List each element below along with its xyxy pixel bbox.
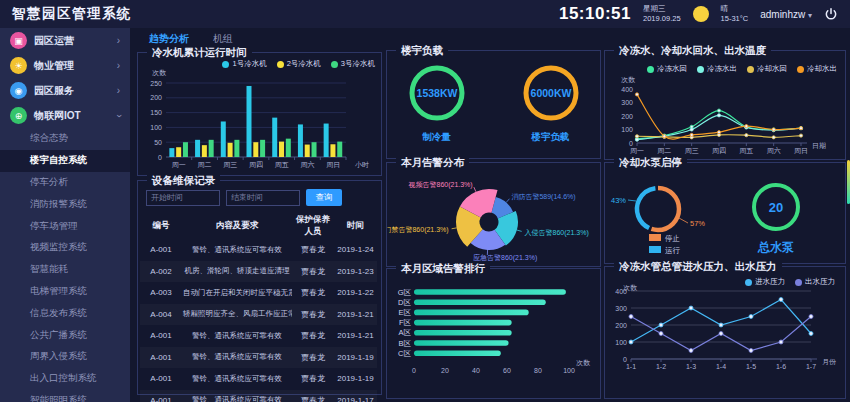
table-cell: 2019-1-19 <box>334 347 377 369</box>
sidebar-item-2[interactable]: ☀物业管理› <box>0 53 130 78</box>
table-cell: A-002 <box>140 261 182 283</box>
sidebar-subitem[interactable]: 出入口控制系统 <box>0 368 130 390</box>
svg-text:周三: 周三 <box>223 161 237 168</box>
svg-text:周日: 周日 <box>794 147 808 155</box>
sidebar-subitem[interactable]: 智能照明系统 <box>0 390 130 402</box>
table-row: A-001警铃、通讯系统应可靠有效贾春龙2019-1-24 <box>140 239 377 261</box>
legend-item: 冷冻水出 <box>697 64 737 74</box>
svg-text:停止: 停止 <box>665 234 680 243</box>
sidebar-subitem[interactable]: 周界入侵系统 <box>0 346 130 368</box>
sidebar-subitem[interactable]: 停车场管理 <box>0 215 130 237</box>
table-cell: 2019-1-23 <box>334 261 377 283</box>
legend-item: 3号冷水机 <box>331 59 375 69</box>
svg-text:6000KW: 6000KW <box>530 87 571 99</box>
sun-icon <box>693 6 709 22</box>
chevron-right-icon: › <box>117 36 120 46</box>
sidebar-item-4[interactable]: ⊕物联网IOT› <box>0 103 130 128</box>
svg-text:周二: 周二 <box>657 147 671 154</box>
user-menu[interactable]: adminhzw ▾ <box>760 9 812 20</box>
maintenance-table: 编号内容及要求保护保养人员时间 A-001警铃、通讯系统应可靠有效贾春龙2019… <box>140 213 377 402</box>
table-cell: 2019-1-21 <box>334 304 377 326</box>
sidebar-subitem[interactable]: 停车分析 <box>0 172 130 194</box>
svg-text:20: 20 <box>441 367 449 374</box>
svg-text:D区: D区 <box>398 298 411 307</box>
date-block: 星期三 2019.09.25 <box>643 4 681 24</box>
main-content: 趋势分析 机组 冷水机累计运行时间 1号冷水机2号冷水机3号冷水机 次数 050… <box>130 28 850 402</box>
end-time-input[interactable] <box>226 190 300 206</box>
table-header: 编号 <box>140 213 182 239</box>
table-cell: A-001 <box>140 325 182 347</box>
svg-text:400: 400 <box>615 288 627 295</box>
table-cell: A-001 <box>140 390 182 402</box>
svg-text:43%: 43% <box>611 196 626 205</box>
table-cell: A-003 <box>140 282 182 304</box>
table-cell: 警铃、通讯系统应可靠有效 <box>182 390 292 402</box>
sidebar-item-3[interactable]: ◉园区服务› <box>0 78 130 103</box>
svg-text:周一: 周一 <box>630 147 644 154</box>
svg-text:门禁告警860(21.3%): 门禁告警860(21.3%) <box>387 226 449 234</box>
table-header: 保护保养人员 <box>292 213 334 239</box>
sidebar: ▣园区运营›☀物业管理›◉园区服务›⊕物联网IOT›综合态势楼宇自控系统停车分析… <box>0 28 130 402</box>
svg-text:周六: 周六 <box>767 147 781 154</box>
sidebar-item-1[interactable]: ▣园区运营› <box>0 28 130 53</box>
username: adminhzw <box>760 9 805 20</box>
table-cell: 轿厢照明应齐全、风扇工作应正常 <box>182 304 292 326</box>
table-row: A-001警铃、通讯系统应可靠有效贾春龙2019-1-19 <box>140 347 377 369</box>
sidebar-subitem[interactable]: 综合态势 <box>0 128 130 150</box>
chart-water-temp: 0100200300400周一周二周三周四周五周六周日日期 <box>605 79 845 159</box>
sidebar-subitem[interactable]: 视频监控系统 <box>0 237 130 259</box>
sidebar-subitem[interactable]: 公共广播系统 <box>0 324 130 346</box>
table-cell: A-004 <box>140 304 182 326</box>
table-row: A-004轿厢照明应齐全、风扇工作应正常贾春龙2019-1-21 <box>140 304 377 326</box>
svg-text:周五: 周五 <box>275 161 289 168</box>
legend-item: 冷却水出 <box>797 64 837 74</box>
svg-text:周二: 周二 <box>198 161 212 168</box>
svg-text:40: 40 <box>472 367 480 374</box>
svg-text:次数: 次数 <box>576 359 591 367</box>
svg-text:100: 100 <box>150 124 162 131</box>
app: 智慧园区管理系统 15:10:51 星期三 2019.09.25 晴 15-31… <box>0 0 850 402</box>
legend-item: 冷却水回 <box>747 64 787 74</box>
sidebar-subitem[interactable]: 楼宇自控系统 <box>0 150 130 172</box>
legend-swatch-icon <box>277 61 284 68</box>
sidebar-subitem[interactable]: 电梯管理系统 <box>0 281 130 303</box>
chart-legend: 冷冻水回冷冻水出冷却水回冷却水出 <box>647 64 837 74</box>
header: 智慧园区管理系统 15:10:51 星期三 2019.09.25 晴 15-31… <box>0 0 850 28</box>
svg-text:周日: 周日 <box>326 161 340 169</box>
search-button[interactable]: 查询 <box>306 189 342 206</box>
svg-text:周六: 周六 <box>300 161 314 168</box>
sidebar-subitem[interactable]: 智慧能耗 <box>0 259 130 281</box>
gauge-楼宇负载: 6000KW楼宇负载 <box>511 64 591 158</box>
park-service-icon: ◉ <box>10 82 27 99</box>
svg-text:日期: 日期 <box>812 142 826 150</box>
table-cell: 2019-1-21 <box>334 325 377 347</box>
svg-text:80: 80 <box>534 367 542 374</box>
sidebar-item-label: 园区运营 <box>34 34 74 48</box>
power-button[interactable] <box>824 7 838 21</box>
svg-text:小时: 小时 <box>355 161 369 168</box>
chart-chiller-hours: 050100150200250周一周二周三周四周五周六周日小时 <box>138 75 381 175</box>
gauge-label: 制冷量 <box>397 131 477 144</box>
sidebar-subitem[interactable]: 消防报警系统 <box>0 193 130 215</box>
svg-text:0: 0 <box>158 154 162 161</box>
table-cell: A-001 <box>140 368 182 390</box>
table-cell: 警铃、通讯系统应可靠有效 <box>182 347 292 369</box>
start-time-input[interactable] <box>146 190 220 206</box>
svg-text:300: 300 <box>621 99 633 106</box>
table-cell: 机房、滑轮间、轿顶走道应清理 <box>182 261 292 283</box>
table-header: 时间 <box>334 213 377 239</box>
table-cell: 2019-1-19 <box>334 368 377 390</box>
sidebar-subitem[interactable]: 信息发布系统 <box>0 302 130 324</box>
sidebar-item-label: 物业管理 <box>34 59 74 73</box>
svg-text:E区: E区 <box>398 308 411 317</box>
table-cell: 警铃、通讯系统应可靠有效 <box>182 239 292 261</box>
panel-building-load: 楼宇负载 1538KW制冷量6000KW楼宇负载 <box>386 50 601 159</box>
svg-text:100: 100 <box>615 339 627 346</box>
svg-text:200: 200 <box>615 322 627 329</box>
svg-text:100: 100 <box>563 367 575 374</box>
svg-text:0: 0 <box>623 356 627 363</box>
chart-pump-status: 43%57%停止运行20总水泵 <box>605 163 845 263</box>
table-row: A-001警铃、通讯系统应可靠有效贾春龙2019-1-19 <box>140 368 377 390</box>
table-cell: A-001 <box>140 347 182 369</box>
weather-block: 晴 15-31°C <box>721 4 749 24</box>
